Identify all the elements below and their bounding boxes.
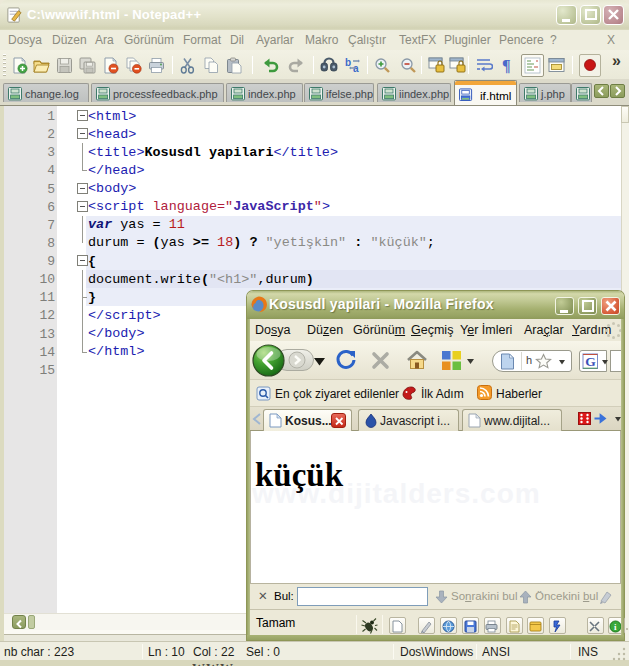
svg-text:b: b — [345, 57, 351, 68]
svg-text:G: G — [585, 354, 596, 369]
svg-text:¶: ¶ — [502, 57, 511, 74]
